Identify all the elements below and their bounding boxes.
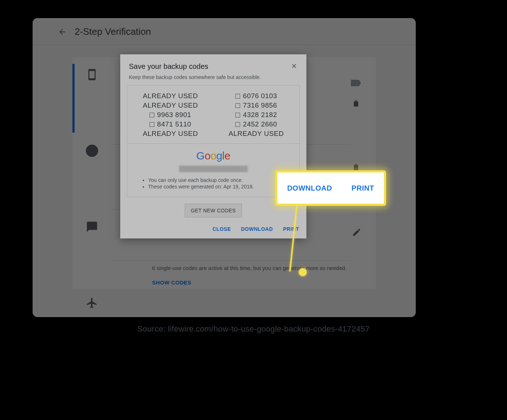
- source-caption: Source: lifewire.com/how-to-use-google-b…: [0, 324, 507, 334]
- trash-icon[interactable]: [351, 98, 361, 109]
- highlight-callout: DOWNLOAD PRINT: [275, 170, 386, 206]
- modal-title: Save your backup codes: [129, 62, 208, 71]
- page-title: 2-Step Verification: [75, 26, 151, 37]
- google-logo: Google: [134, 149, 293, 162]
- code-cell: 2452 2660: [219, 120, 293, 128]
- code-cell: 6076 0103: [219, 92, 293, 100]
- checkbox-icon: [235, 94, 240, 99]
- sms-icon: [85, 220, 99, 234]
- info-bullet: You can only use each backup code once.: [148, 177, 285, 183]
- phone-icon: [85, 67, 99, 82]
- code-cell: 4328 2182: [219, 111, 293, 119]
- code-cell: ALREADY USED: [219, 130, 293, 138]
- download-button[interactable]: DOWNLOAD: [241, 226, 273, 232]
- codes-info-list: You can only use each backup code once. …: [134, 177, 293, 192]
- close-button[interactable]: CLOSE: [213, 226, 231, 232]
- modal-actions: CLOSE DOWNLOAD PRINT: [120, 220, 306, 238]
- checkbox-icon: [235, 113, 240, 117]
- codes-divider: [127, 144, 299, 144]
- backup-codes-modal: Save your backup codes Keep these backup…: [120, 54, 306, 238]
- code-cell: 7316 9856: [219, 101, 293, 109]
- callout-download-button[interactable]: DOWNLOAD: [287, 184, 332, 192]
- show-codes-button[interactable]: SHOW CODES: [152, 279, 191, 286]
- print-button[interactable]: PRINT: [283, 226, 299, 232]
- method-icons-column: [85, 67, 99, 310]
- callout-print-button[interactable]: PRINT: [352, 184, 374, 192]
- section-divider: [112, 260, 351, 261]
- code-cell: 8471 5110: [134, 120, 207, 128]
- active-indicator: [72, 64, 75, 133]
- right-action-icons: [351, 78, 361, 172]
- close-icon[interactable]: [290, 62, 298, 70]
- code-cell: ALREADY USED: [134, 92, 207, 100]
- redacted-account: [179, 166, 248, 172]
- code-cell: ALREADY USED: [134, 130, 207, 138]
- backup-codes-note: 6 single-use codes are active at this ti…: [152, 265, 347, 271]
- codes-grid: ALREADY USED 6076 0103 ALREADY USED 7316…: [134, 92, 293, 138]
- callout-pointer-dot: [299, 268, 307, 276]
- authenticator-icon: [85, 144, 99, 158]
- back-arrow-icon[interactable]: [58, 28, 67, 36]
- checkbox-icon: [150, 113, 154, 117]
- page-header: 2-Step Verification: [33, 18, 416, 45]
- codes-box: ALREADY USED 6076 0103 ALREADY USED 7316…: [127, 85, 300, 197]
- code-cell: 9963 8901: [134, 111, 207, 119]
- checkbox-icon: [150, 122, 154, 127]
- info-bullet: These codes were generated on: Apr 19, 2…: [148, 184, 285, 190]
- edit-icon[interactable]: [352, 228, 361, 238]
- checkbox-icon: [235, 103, 240, 108]
- modal-subtitle: Keep these backup codes somewhere safe b…: [120, 72, 306, 85]
- checkbox-icon: [235, 122, 240, 127]
- airplane-icon: [85, 296, 99, 310]
- tag-icon[interactable]: [351, 78, 361, 88]
- get-new-codes-button[interactable]: GET NEW CODES: [185, 204, 242, 217]
- code-cell: ALREADY USED: [134, 101, 207, 109]
